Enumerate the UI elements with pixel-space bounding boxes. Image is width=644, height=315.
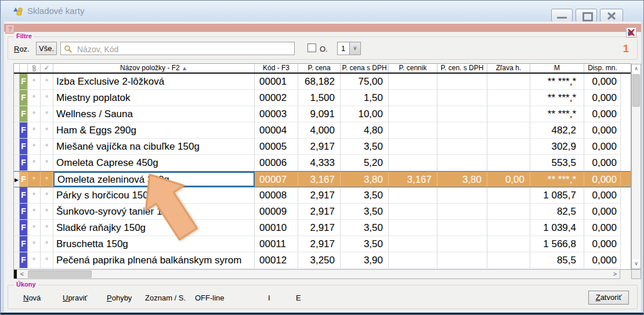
p-cena-cell[interactable]: 9,091 (298, 106, 341, 122)
header-m[interactable]: M (530, 64, 584, 73)
p-cennik-cell[interactable] (389, 236, 437, 252)
p-cen-dph-cell[interactable] (437, 220, 487, 236)
disp-mn-cell[interactable]: 0,000 (584, 155, 621, 171)
roz-link[interactable]: Roz. (14, 45, 30, 53)
row-selector[interactable] (14, 139, 20, 155)
m-cell[interactable]: 1 566,8 (530, 236, 584, 252)
zlava-cell[interactable] (487, 236, 530, 252)
item-code-cell[interactable]: 00006 (255, 155, 298, 171)
p-cen-dph-cell[interactable] (437, 204, 487, 220)
p-cena-cell[interactable]: 2,917 (298, 204, 341, 220)
disp-mn-cell[interactable]: 0,000 (584, 252, 621, 269)
table-row[interactable]: F°°Bruschetta 150g000112,9173,501 566,80… (14, 236, 631, 252)
help-button[interactable]: ? (5, 24, 15, 34)
item-code-cell[interactable]: 00007 (255, 172, 298, 187)
m-cell[interactable]: 1 085,7 (530, 187, 584, 204)
table-row[interactable]: F°°Sladké raňajky 150g000102,9173,501 03… (14, 220, 631, 236)
page-combobox[interactable]: 1 ∨ (337, 42, 361, 55)
p-cen-dph-cell[interactable] (437, 122, 487, 139)
p-cen-dph-cell[interactable] (437, 155, 487, 171)
m-cell[interactable]: ** ***,* (530, 74, 584, 90)
p-cena-cell[interactable]: 2,917 (298, 187, 341, 204)
p-cen-dph-cell[interactable] (437, 187, 487, 204)
disp-mn-cell[interactable]: 0,000 (584, 204, 621, 220)
horizontal-scroll-thumb[interactable] (28, 270, 92, 278)
table-row[interactable]: F°°Omeleta Caprese 450g000064,3335,20553… (14, 155, 631, 171)
p-cena-dph-cell[interactable]: 3,50 (341, 204, 389, 220)
p-cennik-cell[interactable] (389, 252, 437, 269)
row-selector[interactable] (14, 220, 20, 236)
header-zlava[interactable]: Zľava h. (487, 64, 530, 73)
row-selector[interactable] (14, 74, 20, 90)
scroll-down-icon[interactable]: ∨ (632, 259, 641, 269)
p-cena-dph-cell[interactable]: 10,00 (341, 106, 389, 122)
header-p-cen-s-dph[interactable]: P. cen. s DPH (437, 64, 487, 73)
row-selector[interactable] (14, 187, 20, 204)
table-row[interactable]: F°°Miešané vajíčka na cibuľke 150g000052… (14, 139, 631, 155)
zlava-cell[interactable] (487, 74, 530, 90)
table-row[interactable]: F°°Izba Exclusive 2-lôžková0000168,18275… (14, 74, 631, 90)
p-cen-dph-cell[interactable] (437, 139, 487, 155)
item-code-cell[interactable]: 00011 (255, 236, 298, 252)
p-cena-cell[interactable]: 4,333 (298, 155, 341, 171)
zlava-cell[interactable] (487, 204, 530, 220)
title-bar[interactable]: Skladové karty (1, 1, 644, 21)
table-row[interactable]: F°°Miestny poplatok000021,5001,50** ***,… (14, 90, 631, 106)
search-input[interactable] (76, 43, 293, 55)
item-code-cell[interactable]: 00003 (255, 106, 298, 122)
p-cennik-cell[interactable] (389, 74, 437, 90)
item-name-cell[interactable]: Miešané vajíčka na cibuľke 150g (53, 139, 255, 155)
m-cell[interactable]: 85,5 (530, 252, 584, 269)
row-selector[interactable] (14, 90, 20, 106)
table-row[interactable]: F°°Wellness / Sauna000039,09110,00** ***… (14, 106, 631, 122)
p-cena-cell[interactable]: 2,917 (298, 236, 341, 252)
p-cennik-cell[interactable] (389, 90, 437, 106)
p-cena-dph-cell[interactable]: 3,90 (341, 252, 389, 269)
item-name-cell[interactable]: Izba Exclusive 2-lôžková (53, 74, 255, 90)
vertical-scroll-thumb[interactable] (632, 74, 640, 107)
item-code-cell[interactable]: 00002 (255, 90, 298, 106)
scroll-up-icon[interactable]: ∧ (632, 64, 641, 74)
table-row[interactable]: F°°Pečená paprika plnená balkánskym syro… (14, 252, 631, 269)
header-p-cena[interactable]: P. cena (298, 64, 341, 73)
item-code-cell[interactable]: 00005 (255, 139, 298, 155)
m-cell[interactable]: 553,5 (530, 155, 584, 171)
zlava-cell[interactable] (487, 106, 530, 122)
p-cennik-cell[interactable] (389, 106, 437, 122)
disp-mn-cell[interactable]: 0,000 (584, 187, 621, 204)
p-cena-cell[interactable]: 2,917 (298, 139, 341, 155)
m-cell[interactable]: ** ***,* (530, 90, 584, 106)
item-name-cell[interactable]: Pečená paprika plnená balkánskym syrom (53, 252, 255, 269)
p-cena-dph-cell[interactable]: 3,80 (341, 172, 389, 187)
item-code-cell[interactable]: 00001 (255, 74, 298, 90)
p-cennik-cell[interactable]: 3,167 (389, 172, 437, 187)
disp-mn-cell[interactable]: 0,000 (584, 172, 621, 187)
p-cennik-cell[interactable] (389, 220, 437, 236)
disp-mn-cell[interactable]: 0,000 (584, 90, 621, 106)
p-cennik-cell[interactable] (389, 204, 437, 220)
row-selector[interactable] (14, 252, 20, 269)
p-cennik-cell[interactable] (389, 139, 437, 155)
p-cena-dph-cell[interactable]: 3,50 (341, 220, 389, 236)
action-e[interactable]: E (296, 294, 301, 302)
row-selector[interactable] (14, 236, 20, 252)
minimize-button[interactable] (551, 9, 573, 22)
disp-mn-cell[interactable]: 0,000 (584, 74, 621, 90)
action-zoznam[interactable]: Zoznam / S. (145, 294, 186, 302)
p-cennik-cell[interactable] (389, 122, 437, 139)
vse-button[interactable]: Vše. (36, 42, 57, 55)
vertical-scrollbar[interactable]: ∧ ∨ (631, 64, 641, 269)
row-selector[interactable] (14, 122, 20, 139)
row-selector[interactable] (14, 106, 20, 122)
zlava-cell[interactable] (487, 139, 530, 155)
chevron-down-icon[interactable]: ∨ (349, 42, 360, 55)
m-cell[interactable]: 82,5 (530, 204, 584, 220)
zlava-cell[interactable] (487, 90, 530, 106)
p-cena-dph-cell[interactable]: 3,50 (341, 236, 389, 252)
maximize-button[interactable] (576, 9, 597, 22)
item-name-cell[interactable]: Bruschetta 150g (53, 236, 255, 252)
disp-mn-cell[interactable]: 0,000 (584, 106, 621, 122)
table-row[interactable]: F°°Šunkovo-syrový tanier 150g000092,9173… (14, 204, 631, 220)
header-kod[interactable]: Kód - F3 (255, 64, 298, 73)
p-cena-dph-cell[interactable]: 3,50 (341, 139, 389, 155)
